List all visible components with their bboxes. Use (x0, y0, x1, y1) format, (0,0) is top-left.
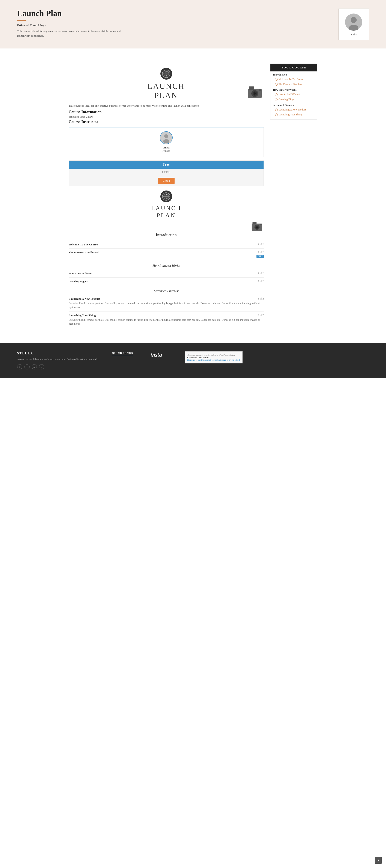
course-estimated: Estimated Time: 2 Days (69, 115, 264, 118)
hero-divider (17, 20, 26, 21)
sidebar-item-launch-product[interactable]: Launching A New Product (270, 107, 317, 112)
lesson-meta-launch-product: 1 of 2 (258, 297, 264, 301)
svg-rect-14 (259, 89, 261, 91)
lesson-title-welcome: Welcome To The Course (69, 243, 98, 246)
footer-error-admin-note: This error message is only visible to Wo… (187, 354, 240, 356)
section-heading-introduction: LAUNCHPLAN Introduction (69, 190, 264, 237)
hero-description: This course is ideal for any creative bu… (17, 29, 124, 38)
hero-instructor-name: anika (345, 33, 362, 36)
course-desc-text: This course is ideal for any creative bu… (69, 104, 264, 108)
lesson-item: How to Be Different 1 of 2 (69, 270, 264, 278)
svg-point-13 (254, 92, 256, 95)
sidebar-item-icon (275, 83, 278, 86)
instructor-avatar (160, 131, 173, 144)
sidebar-item-different[interactable]: How to Be Different (270, 92, 317, 97)
sidebar-section-introduction: Introduction (270, 71, 317, 77)
footer-links: QUICK LINKS (112, 351, 138, 358)
svg-point-16 (164, 134, 168, 138)
lesson-meta-launch-thing: 2 of 2 (258, 314, 264, 317)
sidebar-item-icon (275, 98, 278, 101)
lesson-item: The Pinterest Dashboard 2 of 2 FREE (69, 249, 264, 260)
svg-rect-10 (249, 87, 254, 90)
pinterest-icon[interactable]: p (39, 364, 44, 369)
lesson-meta-growing: 2 of 2 (258, 280, 264, 283)
sidebar-section-how-pinterest: How Pinterest Works (270, 87, 317, 92)
footer-links-title: QUICK LINKS (112, 351, 133, 356)
instructor-card-name: anika (73, 146, 259, 149)
advanced-pinterest-lessons: Launching A New Product 1 of 2 Curabitur… (69, 295, 264, 328)
price-free-label: Free (69, 161, 263, 168)
lesson-item: Launching A New Product 1 of 2 Curabitur… (69, 295, 264, 311)
lesson-item: Welcome To The Course 1 of 2 (69, 241, 264, 249)
hero-content: Launch Plan Estimated Time: 2 Days This … (17, 8, 124, 38)
hero-section: Launch Plan Estimated Time: 2 Days This … (0, 0, 386, 49)
course-instructor-heading: Course Instructor (69, 120, 264, 124)
gap-spacer (0, 49, 386, 57)
twitter-icon[interactable]: t (25, 364, 30, 369)
intro-compass-icon (160, 190, 172, 202)
instructor-card-role: Author (73, 149, 259, 153)
instructor-card-accent (69, 127, 263, 127)
sidebar-header: YOUR COURSE (270, 64, 317, 71)
section-heading-how-pinterest: How Pinterest Works (69, 264, 264, 268)
course-brand-wrapper: LAUNCH PLAN (69, 82, 264, 100)
course-brand-title: LAUNCH PLAN (69, 82, 264, 100)
sidebar-section-advanced: Advanced Pinterest (270, 102, 317, 107)
svg-rect-29 (260, 224, 262, 225)
lesson-title-growing: Growing Bigger (69, 280, 88, 283)
how-pinterest-lessons: How to Be Different 1 of 2 Growing Bigge… (69, 270, 264, 285)
enroll-button[interactable]: Enroll (158, 178, 174, 184)
lesson-meta-different: 1 of 2 (258, 272, 264, 275)
right-sidebar: YOUR COURSE Introduction Welcome To The … (270, 63, 317, 328)
intro-camera (69, 221, 264, 233)
lesson-desc-launch-product: Curabitur blandit tempus porttitor. Duis… (69, 302, 264, 309)
free-badge: FREE (256, 255, 264, 258)
footer-social: f t ig p (17, 364, 99, 369)
lesson-meta-welcome: 1 of 2 (258, 243, 264, 246)
price-enroll-row: Enroll (69, 176, 263, 186)
lesson-item: Growing Bigger 2 of 2 (69, 278, 264, 285)
intro-brand-title: LAUNCHPLAN (69, 205, 264, 219)
section-heading-advanced: Advanced Pinterest (69, 289, 264, 293)
introduction-lessons: Welcome To The Course 1 of 2 The Pintere… (69, 241, 264, 260)
lesson-title-different: How to Be Different (69, 272, 92, 275)
camera-image (247, 85, 264, 100)
sidebar-box: YOUR COURSE Introduction Welcome To The … (270, 63, 317, 120)
svg-rect-25 (253, 222, 257, 224)
sidebar-item-launch-thing[interactable]: Launching Your Thing (270, 112, 317, 117)
footer-error-link[interactable]: Please go to the Instagram Feed settings… (187, 359, 240, 361)
hero-instructor-card: anika (339, 8, 369, 40)
footer-error-message: Error: No feed found. (187, 356, 240, 359)
sidebar-item-icon (275, 78, 278, 81)
lesson-row-launch-thing: Launching Your Thing 2 of 2 (69, 314, 264, 317)
hero-estimated: Estimated Time: 2 Days (17, 24, 124, 27)
intro-compass (69, 190, 264, 202)
sidebar-item-pinterest-dashboard[interactable]: The Pinterest Dashboard (270, 82, 317, 87)
lesson-meta-pinterest-dash: 2 of 2 FREE (256, 251, 264, 258)
footer-brand-name: STELLA (17, 351, 99, 355)
sidebar-item-growing[interactable]: Growing Bigger (270, 97, 317, 102)
lesson-title-launch-product: Launching A New Product (69, 297, 100, 301)
lesson-title-launch-thing: Launching Your Thing (69, 314, 96, 317)
course-information-heading: Course Information (69, 110, 264, 114)
instructor-card: anika Author (69, 127, 264, 157)
course-brand-title-area: LAUNCH PLAN (69, 82, 264, 100)
avatar (345, 13, 362, 31)
price-free-sublabel: FREE (69, 168, 263, 176)
footer: STELLA Aenean lacinia bibendum nulla sed… (0, 343, 386, 378)
svg-point-1 (351, 17, 357, 23)
svg-point-28 (256, 226, 258, 228)
hero-title: Launch Plan (17, 8, 124, 18)
footer-brand: STELLA Aenean lacinia bibendum nulla sed… (17, 351, 99, 369)
price-box: Free FREE Enroll (69, 160, 264, 186)
instagram-icon[interactable]: ig (32, 364, 37, 369)
footer-error: This error message is only visible to Wo… (185, 351, 243, 364)
footer-insta: insta (151, 351, 172, 360)
left-content: LAUNCH PLAN This course is ideal for any… (69, 63, 264, 328)
facebook-icon[interactable]: f (17, 364, 22, 369)
footer-insta-title: insta (151, 351, 172, 358)
course-brand-top (69, 63, 264, 82)
lesson-item: Launching Your Thing 2 of 2 Curabitur bl… (69, 311, 264, 328)
main-layout: LAUNCH PLAN This course is ideal for any… (64, 57, 322, 334)
sidebar-item-welcome[interactable]: Welcome To The Course (270, 77, 317, 82)
